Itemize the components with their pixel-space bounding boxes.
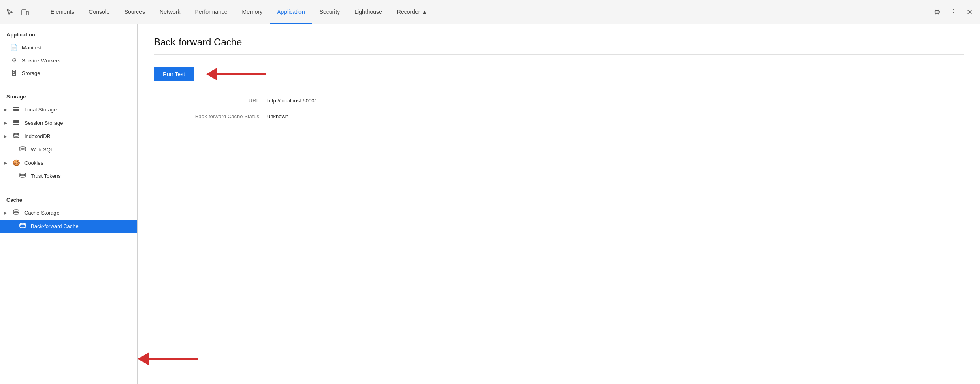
trust-tokens-icon	[19, 172, 27, 180]
sidebar-storage-section-label: Storage	[0, 86, 137, 103]
svg-rect-1	[26, 11, 28, 15]
svg-rect-0	[22, 10, 26, 15]
sidebar-bottom-arrow	[138, 352, 198, 365]
title-divider	[154, 54, 964, 55]
manifest-icon: 📄	[10, 44, 18, 51]
cookies-icon: 🍪	[12, 159, 20, 166]
tab-network[interactable]: Network	[152, 0, 187, 24]
arrow-line	[217, 73, 266, 75]
cache-storage-icon	[12, 209, 20, 217]
cursor-icon[interactable]	[4, 6, 15, 18]
run-test-arrow	[206, 68, 266, 81]
sidebar-item-back-forward-cache[interactable]: Back-forward Cache	[0, 220, 137, 233]
service-workers-icon: ⚙	[10, 57, 18, 64]
divider-2	[0, 186, 137, 186]
sidebar-cache-section-label: Cache	[0, 190, 137, 206]
sidebar-item-service-workers[interactable]: ⚙ Service Workers	[0, 54, 137, 67]
url-value: http://localhost:5000/	[267, 98, 964, 104]
tab-memory[interactable]: Memory	[235, 0, 270, 24]
tab-list: Elements Console Sources Network Perform…	[43, 0, 922, 24]
sidebar-item-session-storage[interactable]: ▶ Session Storage	[0, 116, 137, 130]
svg-point-9	[20, 147, 26, 148]
storage-icon: 🗄	[10, 70, 18, 77]
sidebar-item-web-sql[interactable]: Web SQL	[0, 143, 137, 156]
svg-rect-3	[13, 109, 19, 110]
device-toggle-icon[interactable]	[19, 6, 31, 18]
arrow-head	[206, 68, 217, 81]
sidebar: Application 📄 Manifest ⚙ Service Workers…	[0, 24, 138, 384]
tab-bar: Elements Console Sources Network Perform…	[0, 0, 980, 24]
indexeddb-icon	[12, 132, 20, 140]
tab-sources[interactable]: Sources	[117, 0, 152, 24]
devtools-icon-group	[4, 0, 39, 24]
tab-elements[interactable]: Elements	[43, 0, 81, 24]
tab-console[interactable]: Console	[81, 0, 117, 24]
tab-application[interactable]: Application	[270, 0, 312, 24]
main-area: Application 📄 Manifest ⚙ Service Workers…	[0, 24, 980, 384]
local-storage-icon	[12, 106, 20, 113]
sidebar-item-indexeddb[interactable]: ▶ IndexedDB	[0, 130, 137, 143]
sidebar-item-cache-storage[interactable]: ▶ Cache Storage	[0, 206, 137, 220]
tab-lighthouse[interactable]: Lighthouse	[347, 0, 390, 24]
run-test-button[interactable]: Run Test	[154, 67, 194, 81]
divider-1	[0, 83, 137, 83]
sidebar-item-local-storage[interactable]: ▶ Local Storage	[0, 103, 137, 116]
svg-rect-5	[13, 120, 19, 122]
arrow-icon: ▶	[4, 134, 7, 139]
more-options-icon[interactable]: ⋮	[947, 6, 960, 19]
svg-point-12	[20, 223, 26, 225]
url-label: URL	[154, 98, 267, 104]
bottom-arrow-head	[138, 352, 149, 365]
sidebar-item-manifest[interactable]: 📄 Manifest	[0, 41, 137, 54]
svg-rect-6	[13, 122, 19, 123]
settings-icon[interactable]: ⚙	[931, 6, 944, 19]
info-grid: URL http://localhost:5000/ Back-forward …	[154, 98, 964, 119]
tab-recorder[interactable]: Recorder ▲	[390, 0, 435, 24]
arrow-icon: ▶	[4, 121, 7, 125]
arrow-icon: ▶	[4, 107, 7, 112]
content-panel: Back-forward Cache Run Test URL http://l…	[138, 24, 980, 384]
svg-rect-2	[13, 107, 19, 108]
arrow-icon: ▶	[4, 161, 7, 165]
sidebar-item-storage[interactable]: 🗄 Storage	[0, 67, 137, 79]
sidebar-application-label: Application	[0, 24, 137, 41]
run-test-area: Run Test	[154, 67, 964, 81]
page-title: Back-forward Cache	[154, 36, 964, 48]
tab-performance[interactable]: Performance	[187, 0, 234, 24]
status-value: unknown	[267, 113, 964, 119]
svg-point-8	[13, 133, 19, 135]
web-sql-icon	[19, 146, 27, 154]
bottom-arrow-line	[149, 358, 198, 360]
sidebar-item-trust-tokens[interactable]: Trust Tokens	[0, 169, 137, 183]
svg-point-11	[13, 210, 19, 211]
svg-rect-4	[13, 110, 19, 111]
close-icon[interactable]: ✕	[963, 6, 976, 19]
session-storage-icon	[12, 119, 20, 127]
arrow-icon: ▶	[4, 211, 7, 215]
tab-bar-actions: ⚙ ⋮ ✕	[922, 6, 976, 19]
svg-point-10	[20, 173, 26, 175]
back-forward-cache-icon	[19, 222, 27, 230]
sidebar-item-cookies[interactable]: ▶ 🍪 Cookies	[0, 156, 137, 169]
tab-security[interactable]: Security	[312, 0, 347, 24]
status-label: Back-forward Cache Status	[154, 113, 267, 119]
svg-rect-7	[13, 124, 19, 125]
